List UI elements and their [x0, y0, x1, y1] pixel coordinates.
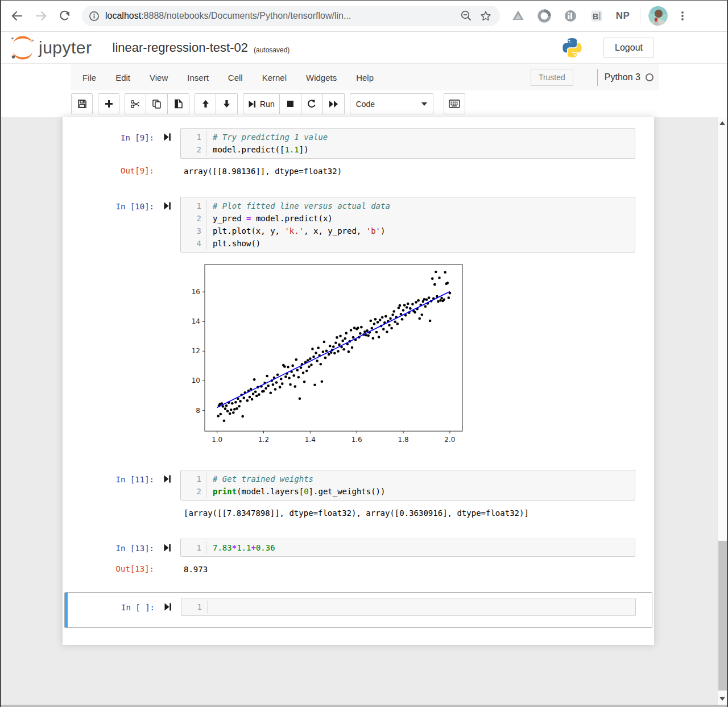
- browser-toolbar: localhost:8888/notebooks/Documents/Pytho…: [1, 1, 727, 32]
- scroll-down-icon[interactable]: [719, 697, 725, 701]
- notebook-container: In [9]:12# Try predicting 1 valuemodel.p…: [63, 117, 654, 645]
- input-prompt: In [10]:: [64, 197, 154, 211]
- code-input-area[interactable]: 17.83*1.1+0.36: [180, 539, 635, 557]
- bookmark-star-icon[interactable]: [478, 9, 493, 23]
- menubar: FileEditViewInsertCellKernelWidgetsHelp …: [71, 64, 659, 90]
- run-this-cell-icon[interactable]: [155, 598, 181, 611]
- cell-gap: [63, 452, 654, 467]
- paste-button[interactable]: [168, 93, 189, 114]
- run-this-cell-icon[interactable]: [154, 539, 180, 552]
- code-line: # Try predicting 1 value: [213, 131, 635, 143]
- circle-extension-icon[interactable]: [536, 8, 552, 24]
- prompt-area: In [9]:: [64, 128, 180, 159]
- code-editor[interactable]: # Plot fitted line versus actual datay_p…: [207, 200, 635, 250]
- output-prompt: [64, 508, 180, 518]
- code-cell-4[interactable]: In [13]:17.83*1.1+0.36Out[13]:8.973: [64, 536, 652, 577]
- output-prompt: [64, 260, 180, 449]
- menu-kernel[interactable]: Kernel: [253, 69, 296, 86]
- code-line: 7.83*1.1+0.36: [213, 541, 635, 554]
- code-cell-3[interactable]: In [11]:12# Get trained weightsprint(mod…: [64, 467, 652, 521]
- page-info-icon[interactable]: [89, 11, 100, 22]
- code-line: # Get trained weights: [213, 473, 635, 485]
- notebook-title[interactable]: linear-regression-test-02: [113, 40, 248, 55]
- cell-type-dropdown[interactable]: Code: [350, 93, 433, 114]
- menu-widgets[interactable]: Widgets: [296, 69, 346, 86]
- back-icon[interactable]: [9, 8, 25, 24]
- url-text[interactable]: localhost:8888/notebooks/Documents/Pytho…: [105, 11, 454, 21]
- command-palette-button[interactable]: [444, 93, 465, 114]
- code-cell-1[interactable]: In [9]:12# Try predicting 1 valuemodel.p…: [64, 125, 652, 179]
- svg-text:B: B: [593, 12, 598, 21]
- input-prompt: In [13]:: [64, 539, 154, 553]
- prompt-area: In [13]:: [64, 539, 180, 557]
- cell-gap: [63, 577, 654, 592]
- copy-button[interactable]: [146, 93, 168, 114]
- restart-run-all-button[interactable]: [323, 93, 345, 114]
- output-text: array([[8.98136]], dtype=float32): [180, 166, 342, 176]
- output-plot: 1.01.21.41.61.82.0810121416: [180, 260, 471, 449]
- kernel-name: Python 3: [605, 72, 640, 82]
- code-input-area[interactable]: 12# Get trained weightsprint(model.layer…: [180, 470, 635, 501]
- svg-text:1.8: 1.8: [398, 436, 409, 444]
- menu-help[interactable]: Help: [346, 69, 383, 86]
- code-input-area[interactable]: 1: [181, 598, 636, 616]
- code-cell-5[interactable]: In [ ]:1: [64, 592, 652, 628]
- menu-cell[interactable]: Cell: [218, 69, 253, 86]
- run-this-cell-icon[interactable]: [154, 470, 180, 483]
- forward-icon[interactable]: [33, 8, 49, 24]
- browser-menu-icon[interactable]: [675, 8, 690, 24]
- code-editor[interactable]: # Try predicting 1 valuemodel.predict([1…: [207, 131, 635, 156]
- notebook-toolbar: Run Code: [1, 90, 727, 117]
- code-line: plt.plot(x, y, 'k.', x, y_pred, 'b'): [213, 225, 635, 237]
- code-input-area[interactable]: 12# Try predicting 1 valuemodel.predict(…: [180, 128, 635, 159]
- vertical-scrollbar[interactable]: [717, 117, 727, 705]
- scrollbar-thumb[interactable]: [718, 541, 727, 691]
- run-this-cell-icon[interactable]: [154, 197, 180, 210]
- np-extension-icon[interactable]: NP: [615, 8, 631, 24]
- code-editor[interactable]: [208, 601, 635, 613]
- code-line: # Plot fitted line versus actual data: [213, 200, 635, 212]
- jupyter-logo-icon[interactable]: jupyter: [9, 35, 92, 60]
- prompt-area: In [10]:: [64, 197, 180, 253]
- drive-extension-icon[interactable]: [510, 8, 526, 24]
- cell-gap: [63, 521, 654, 536]
- matplotlib-figure: 1.01.21.41.61.82.0810121416: [188, 260, 471, 449]
- cut-button[interactable]: [125, 93, 146, 114]
- dropdown-caret-icon: [421, 102, 427, 106]
- cell-gap: [63, 179, 654, 194]
- add-cell-button[interactable]: [98, 93, 119, 114]
- line-number-gutter: 12: [181, 473, 207, 498]
- address-bar[interactable]: localhost:8888/notebooks/Documents/Pytho…: [82, 6, 500, 26]
- restart-kernel-button[interactable]: [301, 93, 323, 114]
- logout-button[interactable]: Logout: [603, 38, 654, 58]
- svg-text:16: 16: [192, 288, 200, 296]
- reload-icon[interactable]: [57, 8, 73, 24]
- menu-edit[interactable]: Edit: [106, 69, 140, 86]
- save-button[interactable]: [71, 93, 93, 114]
- profile-avatar[interactable]: [648, 6, 668, 26]
- code-line: print(model.layers[0].get_weights()): [213, 485, 635, 498]
- code-cell-2[interactable]: In [10]:1234# Plot fitted line versus ac…: [64, 194, 652, 452]
- menu-insert[interactable]: Insert: [177, 69, 218, 86]
- code-editor[interactable]: # Get trained weightsprint(model.layers[…: [207, 473, 635, 498]
- python-logo-icon: [561, 37, 583, 59]
- interrupt-kernel-button[interactable]: [280, 93, 301, 114]
- run-this-cell-icon[interactable]: [154, 128, 180, 141]
- b-extension-icon[interactable]: B: [589, 8, 605, 24]
- menu-file[interactable]: File: [73, 69, 106, 86]
- svg-text:1.2: 1.2: [258, 436, 269, 444]
- svg-text:1.6: 1.6: [351, 436, 362, 444]
- run-button[interactable]: Run: [243, 93, 280, 114]
- svg-text:12: 12: [192, 347, 200, 355]
- move-cell-down-button[interactable]: [216, 93, 238, 114]
- output-prompt: Out[13]:: [64, 564, 180, 574]
- move-cell-up-button[interactable]: [195, 93, 216, 114]
- analytics-extension-icon[interactable]: [562, 8, 578, 24]
- zoom-out-icon[interactable]: [459, 9, 474, 23]
- menu-view[interactable]: View: [140, 69, 177, 86]
- scroll-up-icon[interactable]: [719, 121, 725, 125]
- code-editor[interactable]: 7.83*1.1+0.36: [207, 541, 635, 554]
- input-prompt: In [ ]:: [65, 598, 155, 612]
- trusted-button[interactable]: Trusted: [531, 69, 573, 86]
- code-input-area[interactable]: 1234# Plot fitted line versus actual dat…: [180, 197, 635, 253]
